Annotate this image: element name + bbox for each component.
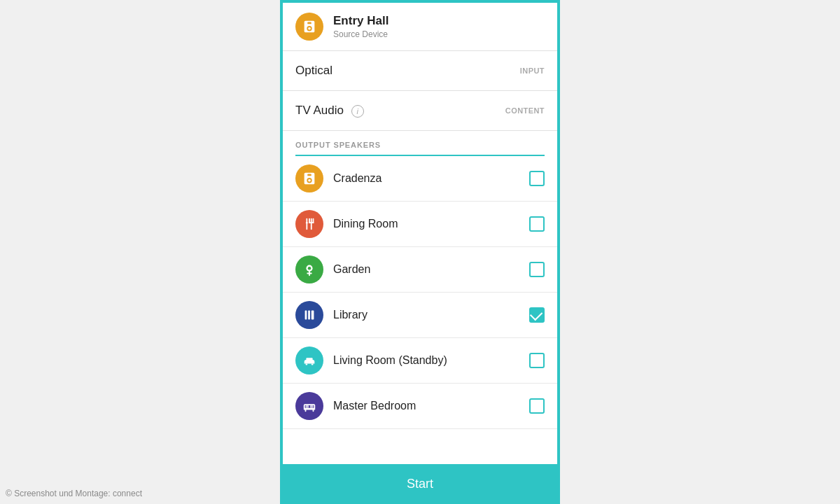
dining-room-avatar <box>295 210 323 238</box>
speaker-item-garden[interactable]: Garden <box>283 247 557 293</box>
library-checkbox[interactable] <box>529 307 545 323</box>
svg-point-6 <box>308 179 311 182</box>
cradenza-name: Cradenza <box>333 172 529 185</box>
svg-rect-27 <box>310 405 314 408</box>
svg-rect-21 <box>306 364 308 365</box>
master-bedroom-avatar <box>295 392 323 420</box>
optical-row: Optical INPUT <box>283 51 557 91</box>
dining-room-name: Dining Room <box>333 218 529 230</box>
svg-point-15 <box>308 267 312 270</box>
header-text: Entry Hall Source Device <box>333 14 388 39</box>
tv-audio-badge: CONTENT <box>505 106 545 115</box>
svg-rect-7 <box>307 174 312 176</box>
living-room-checkbox[interactable] <box>529 353 545 368</box>
living-room-name: Living Room (Standby) <box>333 354 529 367</box>
master-bedroom-icon <box>302 398 317 414</box>
cradenza-icon <box>302 171 317 186</box>
speaker-item-living-room[interactable]: Living Room (Standby) <box>283 338 557 384</box>
svg-rect-22 <box>312 364 314 365</box>
info-icon[interactable]: i <box>351 105 364 118</box>
speaker-item-library[interactable]: Library <box>283 293 557 338</box>
svg-rect-26 <box>306 405 309 408</box>
watermark: © Screenshot und Montage: connect <box>6 489 142 498</box>
optical-label: Optical <box>295 64 332 78</box>
cradenza-avatar <box>295 164 323 192</box>
svg-rect-3 <box>307 22 312 24</box>
library-name: Library <box>333 309 529 321</box>
tv-audio-label: TV Audio i <box>295 104 364 118</box>
master-bedroom-checkbox[interactable] <box>529 398 545 414</box>
speaker-item-dining-room[interactable]: Dining Room <box>283 202 557 247</box>
speakers-heading: OUTPUT SPEAKERS <box>283 131 557 155</box>
svg-rect-18 <box>305 311 307 320</box>
header-title: Entry Hall <box>333 14 388 28</box>
tv-audio-row: TV Audio i CONTENT <box>283 91 557 131</box>
speaker-item-cradenza[interactable]: Cradenza <box>283 156 557 202</box>
dining-room-checkbox[interactable] <box>529 216 545 232</box>
dining-room-icon <box>302 216 317 232</box>
living-room-icon <box>302 353 317 368</box>
living-room-avatar <box>295 346 323 374</box>
header-row: Entry Hall Source Device <box>283 3 557 51</box>
garden-avatar <box>295 255 323 284</box>
cradenza-checkbox[interactable] <box>529 171 545 186</box>
main-panel: Entry Hall Source Device Optical INPUT T… <box>280 0 560 504</box>
master-bedroom-name: Master Bedroom <box>333 400 529 412</box>
svg-rect-20 <box>312 311 314 320</box>
svg-point-2 <box>308 27 311 30</box>
library-avatar <box>295 301 323 329</box>
speaker-item-master-bedroom[interactable]: Master Bedroom <box>283 384 557 429</box>
garden-checkbox[interactable] <box>529 262 545 277</box>
entry-hall-avatar <box>295 13 323 41</box>
library-icon <box>302 307 317 323</box>
start-button[interactable]: Start <box>283 464 557 504</box>
garden-icon <box>302 262 317 277</box>
svg-rect-19 <box>308 311 310 320</box>
header-subtitle: Source Device <box>333 29 388 39</box>
speaker-icon <box>302 19 317 34</box>
optical-badge: INPUT <box>520 66 545 75</box>
garden-name: Garden <box>333 263 529 276</box>
